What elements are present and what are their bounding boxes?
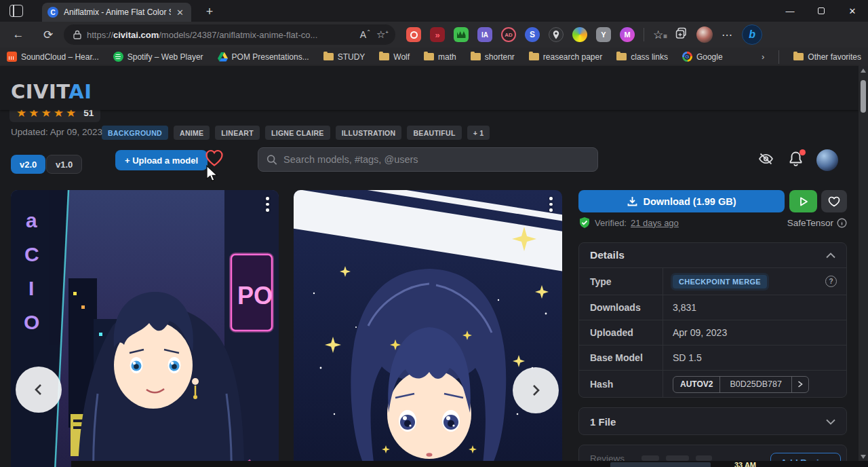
read-aloud-icon[interactable]: A⌃	[360, 29, 371, 40]
ext-ia-icon[interactable]: IA	[477, 27, 492, 42]
info-icon[interactable]	[837, 218, 847, 228]
reviews-meta-blob	[666, 455, 689, 461]
user-avatar[interactable]	[816, 149, 838, 171]
ext-y-icon[interactable]: Y	[596, 27, 611, 42]
search-input[interactable]	[283, 154, 589, 165]
version-v1-button[interactable]: v1.0	[46, 155, 82, 174]
taskbar-clock: 33 AM	[734, 461, 756, 467]
detail-row-base-model: Base Model SD 1.5	[579, 345, 846, 371]
tag-anime[interactable]: ANIME	[174, 126, 210, 140]
scroll-down-arrow[interactable]	[861, 455, 866, 459]
version-v2-button[interactable]: v2.0	[11, 155, 45, 174]
hide-content-eye-icon[interactable]	[757, 150, 775, 170]
tag-background[interactable]: BACKGROUND	[102, 126, 168, 140]
bookmarks-bar: SoundCloud – Hear... Spotify – Web Playe…	[0, 48, 868, 66]
bookmark-math[interactable]: math	[424, 52, 456, 62]
tab-close-icon[interactable]: ✕	[176, 7, 184, 18]
hash-copy-chevron[interactable]	[791, 377, 808, 392]
tag-lineart[interactable]: LINEART	[215, 126, 260, 140]
favorites-list-icon[interactable]: ☆≡	[653, 28, 667, 42]
bookmark-google[interactable]: GGoogle	[682, 52, 723, 62]
mouse-cursor	[205, 165, 218, 185]
bookmark-spotify[interactable]: Spotify – Web Player	[113, 52, 203, 62]
download-button[interactable]: Download (1.99 GB)	[578, 190, 785, 212]
page-scrollbar[interactable]	[859, 66, 868, 467]
bookmarks-overflow-chevron[interactable]: ›	[762, 52, 764, 62]
spotify-icon	[113, 52, 123, 62]
bookmark-research-paper[interactable]: reasearch paper	[529, 52, 602, 62]
favorite-star-icon[interactable]: ☆+	[376, 29, 389, 41]
heart-icon	[828, 196, 840, 207]
gallery-image-2[interactable]	[294, 190, 562, 467]
other-favorites[interactable]: Other favorites	[793, 52, 861, 62]
ext-shazam-icon[interactable]: S	[525, 27, 540, 42]
gallery-image-1[interactable]: PO a C I O	[11, 190, 279, 467]
bookmark-soundcloud[interactable]: SoundCloud – Hear...	[7, 52, 99, 62]
toolbar-menu-icon[interactable]: ⋯	[722, 29, 733, 41]
verified-time-link[interactable]: 21 days ago	[631, 218, 679, 228]
civitai-favicon: C	[47, 7, 58, 18]
back-button[interactable]: ←	[8, 24, 28, 45]
browser-tab[interactable]: C Aniflatmix - Anime Flat Color Sty ✕	[42, 3, 191, 22]
details-header[interactable]: Details	[579, 243, 846, 268]
hash-value: B0D25DB787	[719, 377, 791, 392]
favorite-model-button[interactable]	[821, 190, 847, 212]
bookmark-study[interactable]: STUDY	[323, 52, 366, 62]
address-bar[interactable]: https://civitai.com/models/24387/aniflat…	[64, 24, 395, 45]
minimize-button[interactable]: —	[774, 0, 806, 22]
collections-icon[interactable]	[675, 27, 688, 42]
ext-monica-icon[interactable]: M	[620, 27, 635, 42]
hash-algo: AUTOV2	[673, 377, 719, 392]
carousel-next-button[interactable]	[513, 367, 559, 413]
files-accordion[interactable]: 1 File	[578, 407, 847, 435]
ext-pin-icon[interactable]	[549, 27, 564, 42]
close-window-button[interactable]: ✕	[837, 0, 868, 22]
bookmark-shortenr[interactable]: shortenr	[471, 52, 515, 62]
tag-ligne-claire[interactable]: LIGNE CLAIRE	[265, 126, 330, 140]
folder-icon	[529, 53, 539, 60]
bing-chat-icon[interactable]: b	[742, 24, 762, 45]
civitai-logo[interactable]: CIVITAI	[11, 80, 92, 103]
browser-toolbar: ← ⟳ https://civitai.com/models/24387/ani…	[0, 22, 868, 48]
new-tab-button[interactable]: +	[201, 3, 218, 20]
help-icon[interactable]: ?	[825, 276, 837, 287]
folder-icon	[379, 53, 389, 60]
rating-widget[interactable]: ★★★★★ 51	[9, 110, 100, 122]
refresh-button[interactable]: ⟳	[38, 24, 58, 45]
image-menu-icon[interactable]	[549, 197, 553, 214]
scroll-up-arrow[interactable]	[861, 69, 866, 73]
ext-oneplus-icon[interactable]	[406, 27, 421, 42]
scrollbar-thumb[interactable]	[861, 80, 866, 113]
profile-avatar-icon[interactable]	[696, 26, 713, 43]
bookmark-class-links[interactable]: class links	[616, 52, 668, 62]
hash-control[interactable]: AUTOV2 B0D25DB787	[673, 376, 809, 393]
folder-icon	[616, 53, 627, 60]
run-model-button[interactable]	[789, 190, 817, 212]
bookmark-pom[interactable]: POM Presentations...	[218, 52, 309, 62]
ext-skip-icon[interactable]: »	[430, 27, 445, 42]
reviews-meta-blob	[642, 455, 659, 461]
notification-dot	[800, 149, 806, 155]
ext-monster-icon[interactable]	[454, 27, 469, 42]
tag-beautiful[interactable]: BEAUTIFUL	[407, 126, 461, 140]
soundcloud-icon	[7, 52, 17, 62]
bookmark-wolf[interactable]: Wolf	[379, 52, 410, 62]
drive-icon	[218, 52, 228, 62]
ext-globe-icon[interactable]	[572, 27, 587, 42]
tag-list: BACKGROUND ANIME LINEART LIGNE CLAIRE IL…	[102, 126, 490, 140]
search-bar[interactable]	[258, 147, 598, 172]
maximize-button[interactable]	[806, 0, 837, 22]
image-menu-icon[interactable]	[266, 197, 269, 214]
carousel-prev-button[interactable]	[16, 367, 62, 413]
ext-adblock-icon[interactable]: AD	[501, 27, 516, 42]
google-icon: G	[682, 52, 692, 62]
tags-more-button[interactable]: + 1	[467, 126, 490, 140]
tab-workspaces-icon[interactable]	[9, 5, 23, 17]
url-text: https://civitai.com/models/24387/aniflat…	[87, 30, 355, 40]
reviews-meta-blob	[696, 455, 712, 461]
tag-illustration[interactable]: ILLUSTRATION	[336, 126, 402, 140]
starry-night-girl-image	[294, 190, 562, 467]
type-badge[interactable]: CHECKPOINT MERGE	[673, 275, 767, 288]
notifications-bell[interactable]	[787, 150, 804, 170]
upload-model-button[interactable]: + Upload a model	[115, 150, 208, 170]
